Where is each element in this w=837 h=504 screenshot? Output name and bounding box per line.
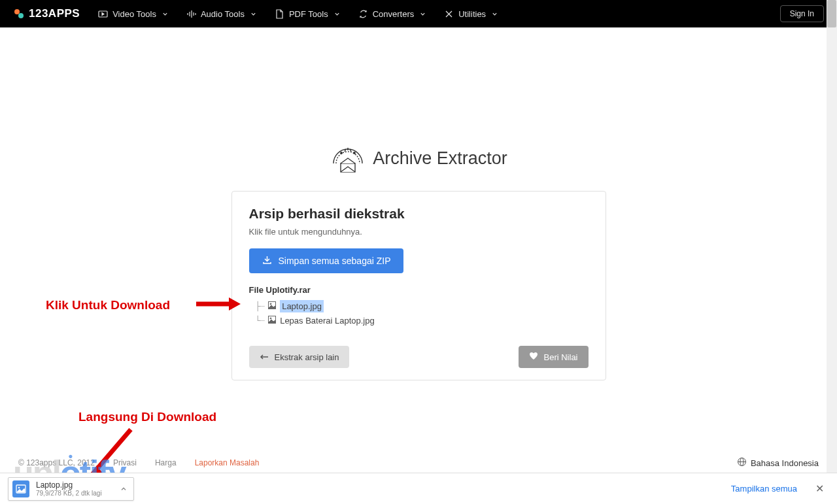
nav-label: Video Tools bbox=[112, 9, 156, 19]
nav-pdf-tools[interactable]: PDF Tools bbox=[275, 9, 340, 19]
svg-point-1 bbox=[18, 13, 24, 18]
utilities-icon bbox=[444, 9, 454, 19]
app-title-section: Archive Extractor bbox=[330, 145, 507, 171]
file-tree: ├┈ Laptop.jpg └┈ Lepas Baterai Laptop.jp… bbox=[249, 299, 589, 328]
file-tree-item[interactable]: └┈ Lepas Baterai Laptop.jpg bbox=[256, 314, 589, 328]
chevron-down-icon bbox=[250, 9, 256, 19]
file-tree-item-selected[interactable]: ├┈ Laptop.jpg bbox=[256, 299, 589, 314]
download-bar: Laptop.jpg 79,9/278 KB, 2 dtk lagi Tampi… bbox=[0, 473, 837, 504]
sign-in-button[interactable]: Sign In bbox=[780, 5, 824, 22]
report-link[interactable]: Laporkan Masalah bbox=[195, 458, 260, 467]
language-selector[interactable]: Bahasa Indonesia bbox=[737, 457, 819, 469]
download-item-text: Laptop.jpg 79,9/278 KB, 2 dtk lagi bbox=[36, 480, 102, 497]
chevron-up-icon[interactable] bbox=[120, 483, 127, 495]
download-bar-right: Tampilkan semua ✕ bbox=[731, 480, 829, 497]
extract-another-button[interactable]: Ekstrak arsip lain bbox=[249, 346, 350, 368]
download-file-name: Laptop.jpg bbox=[36, 480, 102, 490]
archive-extractor-icon bbox=[330, 145, 365, 171]
svg-point-14 bbox=[270, 318, 271, 319]
show-all-downloads-link[interactable]: Tampilkan semua bbox=[731, 484, 797, 494]
nav-label: Utilities bbox=[458, 9, 486, 19]
image-file-icon bbox=[267, 315, 277, 326]
card-subtitle: Klik file untuk mengunduhnya. bbox=[249, 227, 589, 237]
scrollbar-thumb[interactable] bbox=[827, 0, 836, 27]
nav-label: Audio Tools bbox=[201, 9, 245, 19]
logo[interactable]: 123APPS bbox=[13, 7, 80, 20]
page-footer: © 123apps LLC, 2012 Privasi Harga Lapork… bbox=[0, 453, 837, 473]
card-title: Arsip berhasil diekstrak bbox=[249, 206, 589, 222]
close-download-bar-button[interactable]: ✕ bbox=[810, 480, 829, 497]
header-left: 123APPS Video Tools Audio Tools PDF Tool… bbox=[13, 7, 498, 20]
archive-file-name: File Uplotify.rar bbox=[249, 285, 589, 295]
download-file-icon bbox=[12, 480, 29, 497]
audio-icon bbox=[186, 9, 196, 19]
button-label: Beri Nilai bbox=[543, 352, 577, 362]
language-label: Bahasa Indonesia bbox=[751, 458, 819, 468]
svg-point-9 bbox=[341, 152, 342, 154]
save-all-zip-button[interactable]: Simpan semua sebagai ZIP bbox=[249, 248, 404, 273]
svg-point-23 bbox=[18, 486, 20, 488]
main-content: Archive Extractor Arsip berhasil diekstr… bbox=[0, 27, 837, 380]
nav-converters[interactable]: Converters bbox=[358, 9, 426, 19]
heart-icon bbox=[529, 352, 538, 362]
svg-point-0 bbox=[14, 9, 20, 14]
nav-utilities[interactable]: Utilities bbox=[444, 9, 498, 19]
tree-connector: ├┈ bbox=[256, 301, 265, 311]
chevron-down-icon bbox=[420, 9, 426, 19]
svg-point-12 bbox=[270, 303, 271, 305]
nav-video-tools[interactable]: Video Tools bbox=[98, 9, 168, 19]
button-label: Ekstrak arsip lain bbox=[275, 352, 339, 362]
logo-text: 123APPS bbox=[29, 7, 80, 20]
arrow-left-icon bbox=[260, 352, 269, 362]
svg-marker-16 bbox=[229, 297, 241, 311]
play-icon bbox=[98, 9, 108, 19]
app-title-text: Archive Extractor bbox=[373, 148, 507, 169]
download-status: 79,9/278 KB, 2 dtk lagi bbox=[36, 490, 102, 497]
card-footer: Ekstrak arsip lain Beri Nilai bbox=[249, 346, 589, 368]
rate-button[interactable]: Beri Nilai bbox=[519, 346, 588, 368]
download-icon bbox=[262, 255, 272, 267]
nav-audio-tools[interactable]: Audio Tools bbox=[186, 9, 256, 19]
annotation-click-download: Klik Untuk Download bbox=[46, 298, 170, 312]
nav-label: PDF Tools bbox=[289, 9, 328, 19]
pricing-link[interactable]: Harga bbox=[155, 458, 177, 467]
image-file-icon bbox=[267, 301, 277, 312]
tree-connector: └┈ bbox=[256, 316, 265, 326]
document-icon bbox=[275, 9, 284, 19]
file-name-label: Lepas Baterai Laptop.jpg bbox=[280, 316, 375, 326]
globe-icon bbox=[737, 457, 747, 469]
chevron-down-icon bbox=[162, 9, 168, 19]
file-name-label: Laptop.jpg bbox=[280, 300, 324, 312]
red-arrow-right-icon bbox=[196, 294, 242, 314]
refresh-icon bbox=[358, 9, 368, 19]
annotation-direct-download: Langsung Di Download bbox=[78, 410, 216, 424]
download-item[interactable]: Laptop.jpg 79,9/278 KB, 2 dtk lagi bbox=[8, 477, 134, 501]
result-card: Arsip berhasil diekstrak Klik file untuk… bbox=[231, 191, 606, 380]
chevron-down-icon bbox=[492, 9, 498, 19]
top-header: 123APPS Video Tools Audio Tools PDF Tool… bbox=[0, 0, 837, 27]
nav-label: Converters bbox=[373, 9, 415, 19]
button-label: Simpan semua sebagai ZIP bbox=[279, 256, 391, 266]
scrollbar-track[interactable] bbox=[827, 0, 837, 504]
chevron-down-icon bbox=[334, 9, 340, 19]
svg-point-10 bbox=[354, 152, 355, 154]
